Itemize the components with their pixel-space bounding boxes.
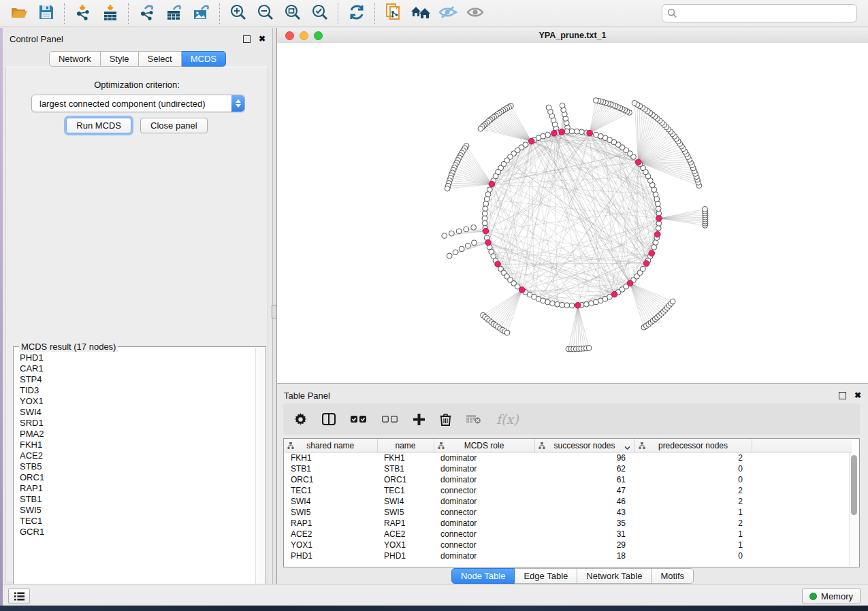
network-canvas[interactable]: [277, 43, 868, 382]
table-cell[interactable]: STB1: [284, 463, 377, 474]
zoom-selected-button[interactable]: [306, 3, 334, 24]
column-header-predecessor-nodes[interactable]: predecessor nodes: [634, 439, 752, 452]
mcds-result-item[interactable]: PMA2: [20, 429, 255, 440]
result-vertical-scrollbar[interactable]: [255, 348, 265, 588]
mcds-result-item[interactable]: GCR1: [20, 527, 255, 538]
table-cell[interactable]: RAP1: [284, 518, 377, 529]
table-row[interactable]: STB1STB1dominator620: [284, 463, 852, 474]
select-all-columns-icon[interactable]: [351, 415, 367, 423]
table-cell[interactable]: 96: [534, 452, 634, 464]
table-cell[interactable]: 47: [534, 485, 634, 496]
table-cell[interactable]: 62: [534, 463, 634, 474]
tab-style[interactable]: Style: [101, 51, 139, 67]
table-cell[interactable]: 1: [634, 540, 752, 550]
table-cell[interactable]: 61: [534, 474, 634, 485]
add-column-icon[interactable]: [413, 414, 425, 425]
table-cell[interactable]: ACE2: [284, 529, 377, 540]
open-file-button[interactable]: [5, 3, 33, 24]
table-row[interactable]: FKH1FKH1dominator962: [284, 452, 852, 464]
table-cell[interactable]: ORC1: [284, 474, 377, 485]
table-cell[interactable]: dominator: [434, 518, 534, 529]
run-mcds-button[interactable]: Run MCDS: [66, 118, 131, 133]
mcds-result-item[interactable]: ORC1: [20, 472, 255, 483]
table-cell[interactable]: 2: [634, 496, 752, 507]
table-cell[interactable]: 0: [634, 474, 752, 485]
mcds-result-item[interactable]: CAR1: [20, 363, 255, 374]
tab-motifs[interactable]: Motifs: [652, 568, 694, 584]
tab-network-table[interactable]: Network Table: [577, 568, 652, 584]
table-cell[interactable]: 29: [534, 540, 634, 550]
tab-network[interactable]: Network: [49, 51, 101, 67]
table-cell[interactable]: RAP1: [377, 518, 434, 529]
table-cell[interactable]: 18: [534, 550, 634, 561]
close-table-panel-icon[interactable]: ✖: [854, 391, 861, 399]
hide-glyphs-button[interactable]: [434, 3, 462, 24]
column-header-mcds-role[interactable]: MCDS role: [434, 439, 534, 452]
table-cell[interactable]: connector: [434, 529, 534, 540]
table-cell[interactable]: YOX1: [284, 540, 377, 550]
table-vertical-scrollbar[interactable]: [849, 452, 858, 566]
tab-select[interactable]: Select: [139, 51, 182, 67]
table-cell[interactable]: 43: [534, 507, 634, 518]
import-table-button[interactable]: [97, 3, 124, 24]
table-row[interactable]: RAP1RAP1dominator352: [284, 518, 852, 529]
table-cell[interactable]: YOX1: [377, 540, 434, 550]
refresh-button[interactable]: [343, 3, 370, 24]
column-header-successor-nodes[interactable]: successor nodes: [534, 439, 634, 452]
table-cell[interactable]: STB1: [377, 463, 434, 474]
table-cell[interactable]: 0: [634, 550, 752, 561]
home-button[interactable]: [407, 3, 434, 24]
table-row[interactable]: PHD1PHD1dominator180: [284, 550, 852, 561]
mcds-result-item[interactable]: SRD1: [20, 418, 255, 429]
close-panel-icon[interactable]: ✖: [259, 35, 266, 43]
float-panel-icon[interactable]: [243, 35, 251, 43]
mcds-result-item[interactable]: PHD1: [20, 352, 255, 363]
table-cell[interactable]: SWI4: [284, 496, 377, 507]
zoom-in-button[interactable]: [225, 3, 252, 24]
table-row[interactable]: SWI4SWI4dominator462: [284, 496, 852, 507]
export-image-button[interactable]: [188, 3, 215, 24]
mcds-result-item[interactable]: TEC1: [20, 516, 255, 527]
table-cell[interactable]: dominator: [434, 496, 534, 507]
table-row[interactable]: TEC1TEC1connector472: [284, 485, 852, 496]
table-cell[interactable]: connector: [434, 507, 534, 518]
tab-mcds[interactable]: MCDS: [182, 51, 226, 67]
clone-network-button[interactable]: [380, 3, 407, 24]
import-network-button[interactable]: [69, 3, 97, 24]
mcds-result-item[interactable]: TID3: [20, 385, 255, 396]
delete-column-icon[interactable]: [440, 413, 451, 426]
table-cell[interactable]: FKH1: [377, 452, 434, 464]
table-cell[interactable]: SWI5: [377, 507, 434, 518]
table-cell[interactable]: 31: [534, 529, 634, 540]
zoom-out-button[interactable]: [252, 3, 279, 24]
tab-node-table[interactable]: Node Table: [451, 568, 515, 584]
show-columns-icon[interactable]: [322, 413, 336, 425]
save-session-button[interactable]: [33, 3, 60, 24]
table-cell[interactable]: dominator: [434, 463, 534, 474]
table-cell[interactable]: SWI4: [377, 496, 434, 507]
table-cell[interactable]: 0: [634, 463, 752, 474]
table-cell[interactable]: 1: [634, 507, 752, 518]
table-cell[interactable]: connector: [434, 540, 534, 550]
table-cell[interactable]: ACE2: [377, 529, 434, 540]
table-cell[interactable]: connector: [434, 485, 534, 496]
table-cell[interactable]: dominator: [434, 474, 534, 485]
table-cell[interactable]: 2: [634, 518, 752, 529]
table-row[interactable]: SWI5SWI5connector431: [284, 507, 852, 518]
float-table-panel-icon[interactable]: [839, 392, 846, 399]
mcds-result-item[interactable]: SWI4: [20, 407, 255, 418]
show-glyphs-button[interactable]: [462, 3, 489, 24]
optimization-criterion-select[interactable]: largest connected component (undirected): [31, 95, 245, 112]
mcds-result-item[interactable]: YOX1: [20, 396, 255, 407]
memory-button[interactable]: Memory: [802, 588, 861, 604]
mcds-result-item[interactable]: STB5: [20, 461, 255, 472]
task-history-button[interactable]: [8, 588, 30, 604]
table-cell[interactable]: PHD1: [284, 550, 377, 561]
table-cell[interactable]: FKH1: [284, 452, 377, 464]
table-row[interactable]: YOX1YOX1connector291: [284, 540, 852, 550]
table-cell[interactable]: 35: [534, 518, 634, 529]
tab-edge-table[interactable]: Edge Table: [515, 568, 577, 584]
table-cell[interactable]: 2: [634, 452, 752, 464]
table-row[interactable]: ORC1ORC1dominator610: [284, 474, 852, 485]
export-table-button[interactable]: [161, 3, 188, 24]
